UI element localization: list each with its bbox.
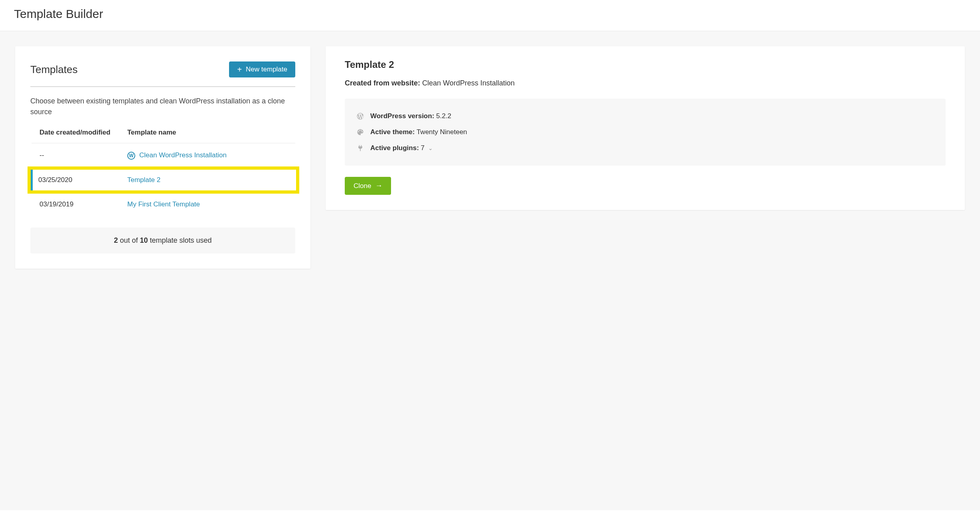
plugins-value: 7	[421, 144, 425, 152]
created-value: Clean WordPress Installation	[422, 79, 515, 87]
table-row[interactable]: 03/19/2019 My First Client Template	[32, 192, 295, 216]
row-name-cell: My First Client Template	[119, 192, 295, 216]
plugins-label: Active plugins:	[370, 144, 419, 152]
content-area: Templates + New template Choose between …	[0, 31, 980, 510]
palette-icon	[356, 128, 365, 136]
detail-panel: Template 2 Created from website: Clean W…	[326, 46, 965, 210]
templates-table: Date created/modified Template name -- W…	[30, 129, 295, 216]
row-date: --	[32, 143, 119, 168]
theme-row: Active theme: Twenty Nineteen	[356, 124, 935, 140]
new-template-button[interactable]: + New template	[229, 61, 295, 77]
templates-panel: Templates + New template Choose between …	[15, 46, 310, 269]
detail-title: Template 2	[345, 59, 946, 70]
plus-icon: +	[237, 65, 242, 73]
slots-suffix: template slots used	[148, 236, 212, 244]
theme-label: Active theme:	[370, 128, 415, 136]
template-link[interactable]: Clean WordPress Installation	[139, 151, 227, 159]
page-title: Template Builder	[14, 7, 966, 21]
wp-version-label: WordPress version:	[370, 112, 434, 120]
table-row[interactable]: -- WClean WordPress Installation	[32, 143, 295, 168]
template-link[interactable]: Template 2	[127, 176, 160, 184]
slots-mid: out of	[118, 236, 140, 244]
plug-icon	[356, 144, 365, 152]
slots-total: 10	[140, 236, 148, 244]
templates-description: Choose between existing templates and cl…	[30, 96, 295, 117]
chevron-down-icon[interactable]: ⌄	[428, 145, 433, 151]
wp-version-value: 5.2.2	[436, 112, 451, 120]
templates-header: Templates + New template	[30, 61, 295, 87]
theme-value: Twenty Nineteen	[417, 128, 467, 136]
row-name-cell: WClean WordPress Installation	[119, 143, 295, 168]
created-from: Created from website: Clean WordPress In…	[345, 79, 946, 87]
header-bar: Template Builder	[0, 0, 980, 31]
table-row[interactable]: 03/25/2020 Template 2	[32, 168, 295, 192]
created-label: Created from website:	[345, 79, 420, 87]
wordpress-icon: W	[127, 152, 135, 160]
template-link[interactable]: My First Client Template	[127, 200, 200, 208]
wordpress-icon	[356, 112, 365, 120]
slots-footer: 2 out of 10 template slots used	[30, 228, 295, 254]
plugins-row[interactable]: Active plugins: 7 ⌄	[356, 140, 935, 156]
wp-version-row: WordPress version: 5.2.2	[356, 108, 935, 124]
col-name: Template name	[119, 129, 295, 143]
new-template-label: New template	[246, 65, 287, 73]
slots-used: 2	[114, 236, 118, 244]
col-date: Date created/modified	[32, 129, 119, 143]
templates-table-wrapper: Date created/modified Template name -- W…	[30, 129, 295, 216]
detail-box: WordPress version: 5.2.2 Active theme: T…	[345, 99, 946, 166]
clone-button[interactable]: Clone →	[345, 177, 391, 195]
row-name-cell: Template 2	[119, 168, 295, 192]
clone-label: Clone	[354, 182, 371, 190]
row-date: 03/25/2020	[32, 168, 119, 192]
row-date: 03/19/2019	[32, 192, 119, 216]
templates-title: Templates	[30, 63, 78, 76]
arrow-right-icon: →	[375, 182, 382, 190]
